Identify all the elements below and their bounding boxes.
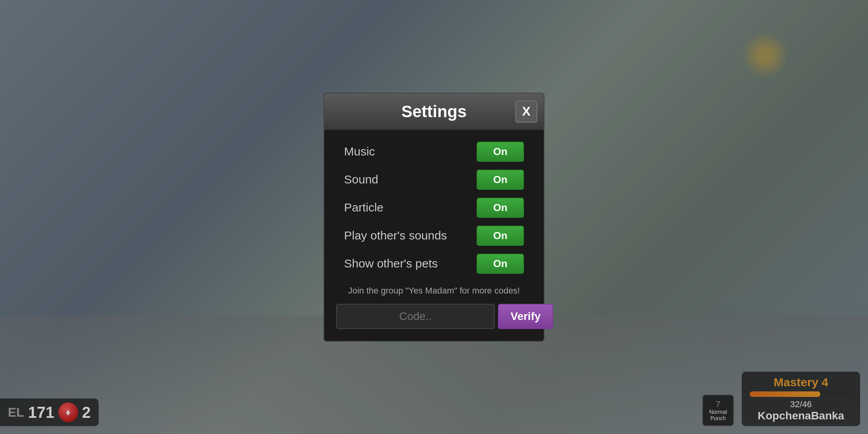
code-input[interactable] <box>336 304 495 329</box>
setting-label-particle: Particle <box>344 201 383 214</box>
verify-button[interactable]: Verify <box>498 304 553 329</box>
settings-row-sound: SoundOn <box>324 166 544 194</box>
code-section: Verify <box>324 300 544 329</box>
setting-label-music: Music <box>344 145 375 158</box>
settings-row-particle: ParticleOn <box>324 194 544 222</box>
close-button[interactable]: X <box>515 101 537 123</box>
setting-label-sound: Sound <box>344 173 378 186</box>
settings-row-play-others-sounds: Play other's soundsOn <box>324 222 544 250</box>
settings-modal: Settings X MusicOnSoundOnParticleOnPlay … <box>324 93 544 342</box>
modal-header: Settings X <box>324 94 544 130</box>
toggle-sound[interactable]: On <box>477 170 524 190</box>
toggle-show-others-pets[interactable]: On <box>477 254 524 274</box>
setting-label-play-others-sounds: Play other's sounds <box>344 229 447 242</box>
setting-label-show-others-pets: Show other's pets <box>344 257 438 270</box>
settings-row-show-others-pets: Show other's petsOn <box>324 250 544 278</box>
modal-title: Settings <box>353 102 515 121</box>
toggle-particle[interactable]: On <box>477 198 524 218</box>
settings-rows-container: MusicOnSoundOnParticleOnPlay other's sou… <box>324 138 544 278</box>
toggle-music[interactable]: On <box>477 142 524 162</box>
toggle-play-others-sounds[interactable]: On <box>477 226 524 246</box>
group-notice: Join the group "Yes Madam" for more code… <box>324 278 544 300</box>
modal-overlay: Settings X MusicOnSoundOnParticleOnPlay … <box>0 0 868 434</box>
settings-row-music: MusicOn <box>324 138 544 166</box>
